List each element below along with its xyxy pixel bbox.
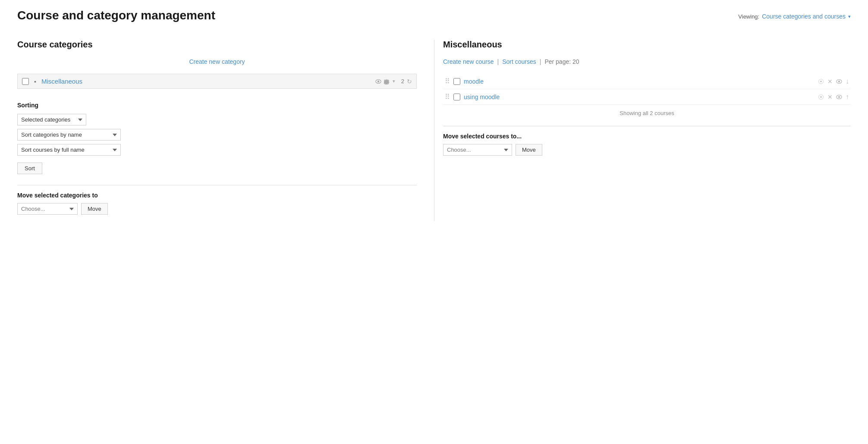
course-row: ⠿ moodle ✕ ↓ bbox=[443, 74, 851, 89]
course-row: ⠿ using moodle ✕ ↑ bbox=[443, 89, 851, 105]
right-panel: Miscellaneous Create new course | Sort c… bbox=[434, 40, 851, 221]
per-page-label: Per page: 20 bbox=[544, 58, 579, 65]
viewing-chevron-icon: ▾ bbox=[848, 14, 851, 19]
sort-courses-link[interactable]: Sort courses bbox=[502, 58, 536, 65]
course-name-link-1[interactable]: moodle bbox=[464, 78, 815, 85]
category-gear-icon[interactable] bbox=[384, 78, 390, 84]
right-move-section: Move selected courses to... Choose... Mo… bbox=[443, 126, 851, 162]
course-close-icon-2[interactable]: ✕ bbox=[827, 94, 833, 100]
viewing-section: Viewing: Course categories and courses ▾ bbox=[738, 9, 851, 20]
course-gear-icon-1[interactable] bbox=[818, 78, 824, 84]
create-category-link[interactable]: Create new category bbox=[17, 58, 417, 65]
scope-select-row: Selected categories All categories bbox=[17, 114, 417, 125]
course-name-link-2[interactable]: using moodle bbox=[464, 94, 815, 100]
category-bullet-icon: ▪ bbox=[34, 78, 36, 85]
right-move-controls: Choose... Move bbox=[443, 144, 851, 156]
svg-point-4 bbox=[838, 80, 840, 82]
page-header: Course and category management Viewing: … bbox=[17, 9, 851, 27]
category-gear-caret-icon[interactable]: ▾ bbox=[393, 78, 395, 84]
viewing-label: Viewing: bbox=[738, 13, 759, 20]
showing-text: Showing all 2 courses bbox=[443, 105, 851, 122]
viewing-link[interactable]: Course categories and courses bbox=[762, 13, 846, 20]
left-move-button[interactable]: Move bbox=[81, 203, 108, 215]
create-course-link[interactable]: Create new course bbox=[443, 58, 494, 65]
sort-courses-select-row: Sort courses by full name Sort courses b… bbox=[17, 144, 417, 156]
right-choose-select[interactable]: Choose... bbox=[443, 144, 512, 156]
course-drag-handle-icon[interactable]: ⠿ bbox=[445, 77, 450, 85]
category-count: 2 bbox=[401, 78, 404, 84]
sort-categories-select-row: Sort categories by name Sort categories … bbox=[17, 129, 417, 141]
header-sep-2: | bbox=[540, 58, 541, 65]
category-refresh-icon[interactable]: ↻ bbox=[407, 78, 412, 85]
course-close-icon-1[interactable]: ✕ bbox=[827, 78, 833, 85]
page-title: Course and category management bbox=[17, 9, 215, 22]
category-eye-icon[interactable] bbox=[375, 78, 381, 84]
course-arrow-down-icon-1[interactable]: ↓ bbox=[846, 78, 849, 85]
left-panel: Course categories Create new category ▪ … bbox=[17, 40, 434, 221]
scope-select[interactable]: Selected categories All categories bbox=[17, 114, 86, 125]
course-eye-icon-1[interactable] bbox=[836, 78, 842, 84]
right-move-button[interactable]: Move bbox=[516, 144, 542, 156]
right-header: Create new course | Sort courses | Per p… bbox=[443, 58, 851, 65]
course-checkbox-1[interactable] bbox=[453, 78, 460, 85]
course-drag-handle-icon[interactable]: ⠿ bbox=[445, 93, 450, 101]
course-actions-2: ✕ ↑ bbox=[818, 93, 849, 101]
category-name-link[interactable]: Miscellaneous bbox=[41, 78, 372, 85]
courses-list: ⠿ moodle ✕ ↓ ⠿ using moodle bbox=[443, 74, 851, 105]
sorting-section: Sorting Selected categories All categori… bbox=[17, 95, 417, 181]
right-section-title: Miscellaneous bbox=[443, 40, 851, 50]
course-arrow-up-icon-2[interactable]: ↑ bbox=[846, 93, 849, 101]
left-move-section: Move selected categories to Choose... Mo… bbox=[17, 185, 417, 221]
left-choose-select[interactable]: Choose... bbox=[17, 203, 78, 215]
svg-point-5 bbox=[820, 96, 822, 98]
svg-point-7 bbox=[838, 96, 840, 97]
sort-categories-select[interactable]: Sort categories by name Sort categories … bbox=[17, 129, 121, 141]
svg-point-1 bbox=[377, 80, 379, 82]
sort-button[interactable]: Sort bbox=[17, 163, 42, 174]
left-move-title: Move selected categories to bbox=[17, 192, 417, 199]
header-sep-1: | bbox=[497, 58, 499, 65]
category-checkbox[interactable] bbox=[22, 78, 29, 85]
right-header-links: Create new course | Sort courses | Per p… bbox=[443, 58, 579, 65]
category-row: ▪ Miscellaneous ▾ 2 ↻ bbox=[17, 74, 417, 89]
svg-point-2 bbox=[820, 81, 822, 82]
category-icons: ▾ 2 ↻ bbox=[375, 78, 412, 85]
left-section-title: Course categories bbox=[17, 40, 417, 50]
course-gear-icon-2[interactable] bbox=[818, 94, 824, 100]
sort-courses-select[interactable]: Sort courses by full name Sort courses b… bbox=[17, 144, 121, 156]
course-checkbox-2[interactable] bbox=[453, 94, 460, 100]
left-move-controls: Choose... Move bbox=[17, 203, 417, 215]
right-move-title: Move selected courses to... bbox=[443, 133, 851, 140]
main-layout: Course categories Create new category ▪ … bbox=[17, 40, 851, 221]
course-eye-icon-2[interactable] bbox=[836, 94, 842, 100]
sorting-title: Sorting bbox=[17, 102, 417, 109]
course-actions-1: ✕ ↓ bbox=[818, 78, 849, 85]
